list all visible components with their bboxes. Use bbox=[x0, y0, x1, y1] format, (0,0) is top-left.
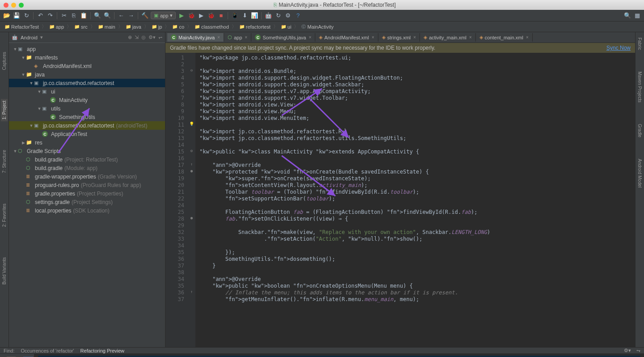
save-icon[interactable]: 💾 bbox=[13, 12, 21, 20]
android-icon[interactable]: 🤖 bbox=[264, 12, 272, 20]
tree-row[interactable]: ▼▣utils bbox=[9, 104, 165, 113]
project-tree[interactable]: ▼▣app▼📁manifests◈AndroidManifest.xml▼📁ja… bbox=[9, 43, 165, 347]
user-icon[interactable]: ▦ bbox=[633, 12, 641, 20]
code-editor[interactable]: 1234567891011121314151617181920212224252… bbox=[165, 53, 635, 347]
tree-row[interactable]: ▼▣jp.co.classmethod.refactortest bbox=[9, 79, 165, 87]
find-results[interactable]: (4: 27) package jp.co.classmethod.refact… bbox=[34, 354, 644, 357]
cut-icon[interactable]: ✂ bbox=[60, 12, 68, 20]
paste-icon[interactable]: 📋 bbox=[80, 12, 88, 20]
tool-tab[interactable]: 2: Favorites bbox=[1, 202, 8, 229]
open-icon[interactable]: 📂 bbox=[3, 12, 11, 20]
sync-icon[interactable]: ↻ bbox=[22, 12, 30, 20]
breadcrumb-item[interactable]: 📁main bbox=[96, 24, 117, 30]
copy-icon[interactable]: ⎘ bbox=[70, 12, 78, 20]
replace-icon[interactable]: 🔍 bbox=[103, 12, 111, 20]
editor-tab[interactable]: C MainActivity.java× bbox=[167, 33, 224, 42]
find-tab[interactable]: Occurrences of 'refactor' bbox=[21, 348, 74, 353]
right-tool-tabs: FabricMaven ProjectsGradleAndroid Model bbox=[635, 32, 644, 347]
find-tab[interactable]: Find: bbox=[4, 348, 14, 353]
editor-tab[interactable]: ◈ AndroidManifest.xml× bbox=[315, 33, 378, 42]
tool-tab[interactable]: 7: Structure bbox=[1, 148, 8, 175]
tool-tab[interactable]: 1: Project bbox=[1, 99, 8, 121]
breadcrumb-item[interactable]: 📁jp bbox=[150, 24, 164, 30]
tool-tab[interactable]: Fabric bbox=[636, 36, 643, 52]
scroll-from-source-icon[interactable]: ⊕ bbox=[128, 34, 132, 40]
tree-row[interactable]: ≣local.properties(SDK Location) bbox=[9, 206, 165, 215]
panel-gear-icon[interactable]: ⚙▾ bbox=[624, 348, 631, 353]
tool-tab[interactable]: Gradle bbox=[636, 122, 643, 139]
undo-icon[interactable]: ↶ bbox=[36, 12, 44, 20]
line-numbers: 1234567891011121314151617181920212224252… bbox=[165, 53, 188, 347]
breadcrumb-item[interactable]: 📁RefactorTest bbox=[3, 24, 41, 30]
tree-row[interactable]: CSomethingUtils bbox=[9, 113, 165, 121]
gear-icon[interactable]: ⚙▾ bbox=[148, 34, 156, 40]
find-panel: Find:Occurrences of 'refactor'Refactorin… bbox=[0, 347, 644, 357]
tool-tab[interactable]: Android Model bbox=[636, 157, 643, 189]
code-content[interactable]: "kw">package jp.co.classmethod.refactort… bbox=[196, 53, 635, 347]
breadcrumb-item[interactable]: 📁refactortest bbox=[237, 24, 272, 30]
back-icon[interactable]: ← bbox=[117, 12, 125, 20]
find-icon[interactable]: 🔍 bbox=[93, 12, 102, 20]
gradle-sync-icon[interactable]: ↻ bbox=[274, 12, 282, 20]
tree-row[interactable]: ◈AndroidManifest.xml bbox=[9, 62, 165, 70]
breadcrumb-item[interactable]: 📁app bbox=[47, 24, 66, 30]
tree-row[interactable]: ≣gradle-wrapper.properties(Gradle Versio… bbox=[9, 172, 165, 181]
tool-tab[interactable]: Build Variants bbox=[1, 255, 8, 286]
breadcrumb-item[interactable]: 📁src bbox=[72, 24, 89, 30]
tree-row[interactable]: ⬡build.gradle(Module: app) bbox=[9, 164, 165, 172]
tree-row[interactable]: CMainActivity bbox=[9, 96, 165, 104]
breadcrumb-item[interactable]: 📁classmethod bbox=[193, 24, 231, 30]
stop-icon[interactable]: ■ bbox=[217, 12, 225, 20]
tool-tab[interactable]: Maven Projects bbox=[636, 70, 643, 104]
tree-row[interactable]: ▼📁java bbox=[9, 70, 165, 79]
breadcrumb-item[interactable]: ⒸMainActivity bbox=[300, 23, 335, 30]
breadcrumb-item[interactable]: 📁ui bbox=[279, 24, 293, 30]
tree-row[interactable]: ▼📁manifests bbox=[9, 53, 165, 62]
editor-tab[interactable]: ◈ strings.xml× bbox=[378, 33, 420, 42]
structure-icon[interactable]: ⚙ bbox=[284, 12, 292, 20]
tree-row[interactable]: ⬡settings.gradle(Project Settings) bbox=[9, 198, 165, 206]
panel-hide-icon[interactable]: ⥆ bbox=[636, 348, 640, 353]
collapse-icon[interactable]: ⇲ bbox=[135, 34, 139, 40]
sync-message: Gradle files have changed since last pro… bbox=[170, 45, 435, 51]
editor-tab[interactable]: C SomethingUtils.java× bbox=[251, 33, 315, 42]
tree-row[interactable]: ▼▣jp.co.classmethod.refactortest(android… bbox=[9, 121, 165, 130]
hide-icon[interactable]: ⥅ bbox=[158, 34, 162, 40]
tree-row[interactable]: ⬡build.gradle(Project: RefactorTest) bbox=[9, 155, 165, 164]
run-config-select[interactable]: ▣app▾ bbox=[151, 12, 176, 19]
redo-icon[interactable]: ↷ bbox=[46, 12, 54, 20]
profile-icon[interactable]: ▶ bbox=[197, 12, 205, 20]
sdk-icon[interactable]: ⬇ bbox=[241, 12, 249, 20]
breadcrumb-item[interactable]: 📁java bbox=[124, 24, 143, 30]
minimize-icon[interactable] bbox=[11, 3, 16, 8]
build-icon[interactable]: 🔨 bbox=[141, 12, 149, 20]
breadcrumb-item[interactable]: 📁co bbox=[170, 24, 186, 30]
tree-row[interactable]: ▼⬡Gradle Scripts bbox=[9, 147, 165, 155]
debug-icon[interactable]: 🐞 bbox=[187, 12, 195, 20]
avd-icon[interactable]: 📱 bbox=[231, 12, 239, 20]
tool-tab[interactable]: Captures bbox=[1, 50, 8, 72]
tree-row[interactable]: ▶📁res bbox=[9, 138, 165, 147]
tree-row[interactable]: CApplicationTest bbox=[9, 130, 165, 138]
attach-debug-icon[interactable]: 🐞 bbox=[207, 12, 215, 20]
tree-row[interactable]: ≣gradle.properties(Project Properties) bbox=[9, 189, 165, 198]
gutter-annotations: ⊖💡⚙↑●●↑ bbox=[188, 53, 196, 347]
project-view-select[interactable]: Android bbox=[21, 35, 38, 40]
close-icon[interactable] bbox=[4, 3, 8, 8]
monitor-icon[interactable]: 📊 bbox=[250, 12, 258, 20]
tree-row[interactable]: ▼▣app bbox=[9, 45, 165, 53]
target-icon[interactable]: ◎ bbox=[141, 34, 146, 40]
help-icon[interactable]: ? bbox=[294, 12, 302, 20]
forward-icon[interactable]: → bbox=[127, 12, 135, 20]
editor-tab[interactable]: ◈ content_main.xml× bbox=[476, 33, 533, 42]
maximize-icon[interactable] bbox=[19, 3, 24, 8]
left-tool-tabs: Captures1: Project7: Structure2: Favorit… bbox=[0, 32, 9, 347]
run-icon[interactable]: ▶ bbox=[178, 12, 186, 20]
tree-row[interactable]: ≣proguard-rules.pro(ProGuard Rules for a… bbox=[9, 181, 165, 189]
search-everywhere-icon[interactable]: 🔍 bbox=[623, 12, 631, 20]
sync-now-link[interactable]: Sync Now bbox=[606, 45, 631, 51]
tree-row[interactable]: ▼▣ui bbox=[9, 87, 165, 96]
editor-tab[interactable]: ◈ activity_main.xml× bbox=[420, 33, 476, 42]
editor-tab[interactable]: ⬡ app× bbox=[224, 33, 251, 42]
find-tab[interactable]: Refactoring Preview bbox=[80, 348, 124, 353]
